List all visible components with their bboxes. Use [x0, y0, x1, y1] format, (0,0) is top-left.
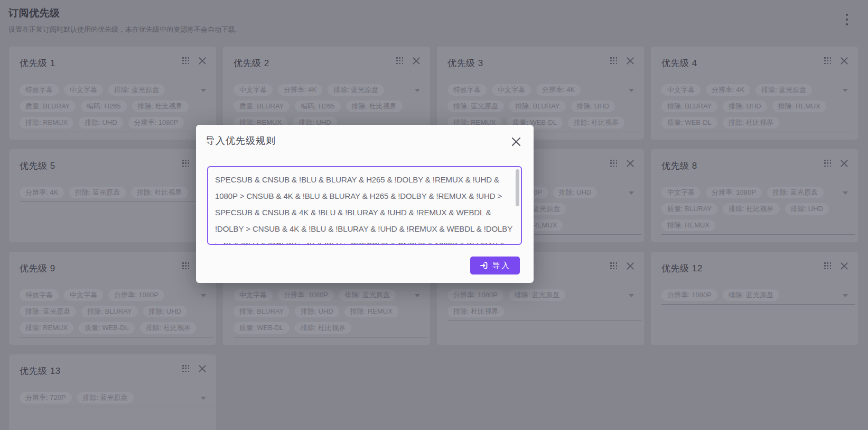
close-icon[interactable] [412, 57, 421, 65]
priority-chip[interactable]: 特效字幕 [447, 84, 487, 96]
priority-chip[interactable]: 中文字幕 [234, 84, 273, 96]
priority-chip[interactable]: 排除: UHD [723, 100, 767, 112]
priority-chip[interactable]: 分辨率: 1080P [706, 187, 762, 198]
priority-rule-select[interactable]: 中文字幕分辨率: 1080P排除: 蓝光原盘排除: BLURAY排除: UHD排… [234, 289, 427, 337]
priority-chip[interactable]: 排除: 杜比视界 [568, 117, 624, 129]
chevron-down-icon[interactable] [201, 89, 206, 92]
chevron-down-icon[interactable] [843, 191, 848, 195]
close-icon[interactable] [626, 159, 634, 168]
priority-chip[interactable]: 分辨率: 4K [20, 187, 64, 198]
priority-chip[interactable]: 排除: 杜比视界 [346, 100, 403, 112]
drag-handle-icon[interactable] [610, 57, 618, 65]
priority-rule-select[interactable]: 分辨率: 4K排除: 蓝光原盘排除: 杜比视界 [20, 187, 213, 202]
priority-chip[interactable]: 排除: UHD [553, 187, 597, 198]
import-button[interactable]: 导入 [470, 257, 520, 275]
priority-chip[interactable]: 质量: BLURAY [20, 100, 76, 112]
drag-handle-icon[interactable] [824, 262, 832, 270]
priority-chip[interactable]: 质量: BLURAY [234, 100, 290, 112]
chevron-down-icon[interactable] [415, 294, 420, 297]
priority-rule-select[interactable]: 中文字幕分辨率: 1080P排除: 蓝光原盘质量: BLURAY排除: 杜比视界… [661, 187, 855, 235]
priority-chip[interactable]: 分辨率: 720P [20, 392, 72, 404]
priority-chip[interactable]: 质量: BLURAY [661, 203, 717, 215]
priority-chip[interactable]: 分辨率: 1080P [661, 289, 717, 301]
chevron-down-icon[interactable] [629, 89, 634, 92]
chevron-down-icon[interactable] [201, 397, 206, 400]
priority-rule-select[interactable]: 中文字幕分辨率: 4K排除: 蓝光原盘排除: BLURAY排除: UHD排除: … [661, 84, 855, 132]
close-icon[interactable] [198, 57, 207, 65]
priority-chip[interactable]: 中文字幕 [64, 84, 103, 96]
drag-handle-icon[interactable] [610, 262, 618, 270]
dialog-close-icon[interactable] [510, 136, 521, 147]
priority-chip[interactable]: 排除: 杜比视界 [140, 322, 197, 334]
priority-chip[interactable]: 排除: 蓝光原盘 [447, 100, 504, 112]
chevron-down-icon[interactable] [201, 294, 206, 297]
priority-chip[interactable]: 排除: UHD [571, 100, 615, 112]
close-icon[interactable] [626, 57, 634, 65]
priority-rule-select[interactable]: 分辨率: 1080P排除: 蓝光原盘排除: 杜比视界 [447, 289, 641, 321]
priority-chip[interactable]: 排除: 杜比视界 [723, 203, 779, 215]
priority-rule-select[interactable]: 特效字幕中文字幕分辨率: 1080P排除: 蓝光原盘排除: BLURAY排除: … [20, 289, 213, 337]
priority-rule-select[interactable]: 特效字幕中文字幕排除: 蓝光原盘质量: BLURAY编码: H265排除: 杜比… [20, 84, 213, 132]
priority-chip[interactable]: 排除: 蓝光原盘 [108, 84, 165, 96]
drag-handle-icon[interactable] [182, 57, 190, 65]
priority-chip[interactable]: 排除: 蓝光原盘 [767, 187, 824, 198]
priority-chip[interactable]: 排除: BLURAY [81, 306, 137, 317]
chevron-down-icon[interactable] [843, 89, 848, 92]
priority-chip[interactable]: 排除: BLURAY [661, 100, 717, 112]
priority-chip[interactable]: 排除: UHD [79, 117, 123, 129]
drag-handle-icon[interactable] [182, 262, 190, 270]
priority-chip[interactable]: 分辨率: 1080P [278, 289, 334, 301]
priority-chip[interactable]: 排除: 蓝光原盘 [339, 289, 396, 301]
priority-chip[interactable]: 分辨率: 1080P [128, 117, 184, 129]
priority-chip[interactable]: 中文字幕 [64, 289, 103, 301]
priority-chip[interactable]: 分辨率: 4K [706, 84, 750, 96]
priority-chip[interactable]: 中文字幕 [492, 84, 531, 96]
priority-chip[interactable]: 分辨率: 4K [536, 84, 581, 96]
drag-handle-icon[interactable] [824, 57, 832, 65]
priority-chip[interactable]: 排除: REMUX [20, 117, 73, 129]
chevron-down-icon[interactable] [843, 294, 848, 297]
priority-chip[interactable]: 排除: 蓝光原盘 [77, 392, 134, 404]
priority-chip[interactable]: 排除: 杜比视界 [132, 100, 189, 112]
priority-chip[interactable]: 排除: REMUX [344, 306, 398, 317]
priority-chip[interactable]: 分辨率: 1080P [447, 289, 503, 301]
priority-chip[interactable]: 排除: 蓝光原盘 [69, 187, 126, 198]
drag-handle-icon[interactable] [610, 160, 618, 167]
drag-handle-icon[interactable] [824, 160, 832, 167]
priority-chip[interactable]: 排除: 杜比视界 [447, 306, 504, 317]
priority-chip[interactable]: 排除: 蓝光原盘 [328, 84, 384, 96]
kebab-menu-icon[interactable] [843, 14, 851, 25]
priority-chip[interactable]: 质量: WEB-DL [234, 322, 290, 334]
priority-chip[interactable]: 排除: 蓝光原盘 [755, 84, 812, 96]
priority-chip[interactable]: 排除: REMUX [20, 322, 73, 334]
chevron-down-icon[interactable] [415, 89, 420, 92]
priority-chip[interactable]: 中文字幕 [234, 289, 273, 301]
priority-chip[interactable]: 排除: 蓝光原盘 [20, 306, 76, 317]
priority-rule-select[interactable]: 分辨率: 1080P排除: 蓝光原盘 [661, 289, 855, 305]
priority-chip[interactable]: 编码: H265 [81, 100, 126, 112]
priority-chip[interactable]: 排除: 杜比视界 [131, 187, 188, 198]
priority-chip[interactable]: 特效字幕 [20, 84, 59, 96]
priority-chip[interactable]: 排除: 杜比视界 [723, 117, 779, 129]
priority-chip[interactable]: 排除: BLURAY [509, 100, 565, 112]
textarea-scrollbar-thumb[interactable] [516, 169, 519, 206]
chevron-down-icon[interactable] [629, 191, 634, 195]
close-icon[interactable] [840, 159, 848, 168]
priority-chip[interactable]: 编码: H265 [295, 100, 340, 112]
priority-chip[interactable]: 排除: UHD [785, 203, 829, 215]
priority-chip[interactable]: 中文字幕 [661, 84, 701, 96]
chevron-down-icon[interactable] [629, 294, 634, 297]
close-icon[interactable] [840, 57, 848, 65]
close-icon[interactable] [626, 262, 634, 270]
priority-chip[interactable]: 排除: 蓝光原盘 [723, 289, 779, 301]
priority-chip[interactable]: 排除: UHD [295, 306, 339, 317]
priority-chip[interactable]: 分辨率: 1080P [108, 289, 164, 301]
priority-rule-select[interactable]: 分辨率: 720P排除: 蓝光原盘 [20, 392, 213, 407]
priority-chip[interactable]: 特效字幕 [20, 289, 59, 301]
priority-chip[interactable]: 分辨率: 4K [278, 84, 322, 96]
priority-chip[interactable]: 中文字幕 [661, 187, 701, 198]
drag-handle-icon[interactable] [182, 160, 190, 167]
priority-chip[interactable]: 排除: REMUX [661, 219, 715, 231]
priority-chip[interactable]: 排除: 杜比视界 [295, 322, 351, 334]
priority-chip[interactable]: 排除: BLURAY [234, 306, 290, 317]
